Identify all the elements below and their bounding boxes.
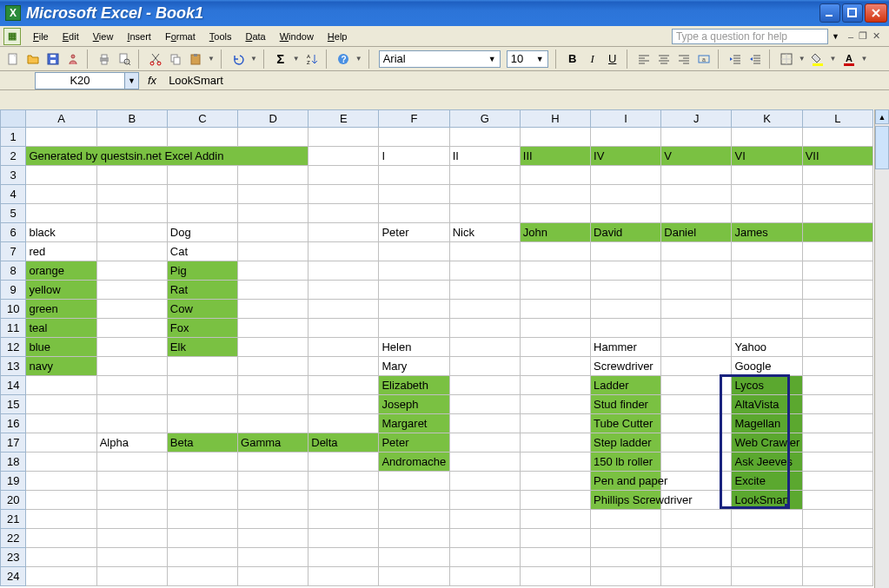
align-left-icon[interactable] [634, 50, 653, 69]
cell-J24[interactable] [661, 567, 732, 586]
column-header-C[interactable]: C [167, 110, 237, 128]
cell-L9[interactable] [802, 281, 872, 300]
cell-E22[interactable] [308, 529, 379, 548]
cell-G2[interactable]: II [449, 147, 520, 166]
cell-H12[interactable] [520, 338, 590, 357]
cell-C11[interactable]: Fox [167, 319, 237, 338]
cell-G9[interactable] [449, 281, 520, 300]
fill-color-icon[interactable] [808, 50, 827, 69]
paste-icon[interactable] [186, 50, 205, 69]
cell-A1[interactable] [26, 128, 96, 147]
cell-L15[interactable] [802, 395, 872, 414]
cell-J17[interactable] [661, 433, 732, 453]
row-header-21[interactable]: 21 [1, 510, 26, 529]
undo-icon[interactable] [229, 50, 248, 69]
cell-I12[interactable]: Hammer [591, 338, 661, 357]
cell-D6[interactable] [238, 223, 308, 242]
cell-G13[interactable] [449, 357, 520, 376]
cell-H21[interactable] [520, 510, 590, 529]
cell-D1[interactable] [238, 128, 308, 147]
permission-icon[interactable] [63, 50, 83, 69]
autosum-icon[interactable]: Σ [271, 50, 290, 69]
cell-A17[interactable] [26, 433, 96, 453]
cell-H6[interactable]: John [520, 223, 590, 242]
row-header-12[interactable]: 12 [1, 338, 26, 357]
window-minimize-button[interactable] [819, 3, 840, 23]
cell-L19[interactable] [802, 472, 872, 491]
row-header-22[interactable]: 22 [1, 529, 26, 548]
cell-I13[interactable]: Screwdriver [591, 357, 661, 376]
cell-J21[interactable] [661, 510, 732, 529]
cell-J23[interactable] [661, 548, 732, 567]
cell-D8[interactable] [238, 261, 308, 281]
cell-H24[interactable] [520, 567, 590, 586]
cell-K6[interactable]: James [732, 223, 802, 242]
cell-C13[interactable] [167, 357, 237, 376]
cell-L16[interactable] [802, 414, 872, 433]
cell-L22[interactable] [802, 529, 872, 548]
cell-J18[interactable] [661, 453, 732, 472]
cell-F20[interactable] [379, 491, 449, 510]
cell-A22[interactable] [26, 529, 96, 548]
cell-F2[interactable]: I [379, 147, 449, 166]
name-box[interactable]: K20 ▼ [35, 72, 139, 89]
cell-D10[interactable] [238, 300, 308, 319]
cell-H17[interactable] [520, 433, 590, 453]
cell-H8[interactable] [520, 261, 590, 281]
cell-L6[interactable] [802, 223, 872, 242]
cell-G10[interactable] [449, 300, 520, 319]
cell-H22[interactable] [520, 529, 590, 548]
cell-E17[interactable]: Delta [308, 433, 379, 453]
scroll-up-icon[interactable]: ▲ [875, 109, 889, 124]
cell-I11[interactable] [591, 319, 661, 338]
formula-input[interactable]: LookSmart [165, 74, 889, 87]
fill-color-dropdown-icon[interactable]: ▼ [828, 55, 839, 63]
cell-H7[interactable] [520, 242, 590, 261]
cell-E1[interactable] [308, 128, 379, 147]
cell-G18[interactable] [449, 453, 520, 472]
column-header-E[interactable]: E [308, 110, 379, 128]
cell-J19[interactable] [661, 472, 732, 491]
cell-A2[interactable]: Generated by questsin.net Excel Addin [26, 147, 308, 166]
cell-D23[interactable] [238, 548, 308, 567]
cell-G14[interactable] [449, 376, 520, 395]
cell-K8[interactable] [732, 261, 802, 281]
cell-J10[interactable] [661, 300, 732, 319]
cell-L8[interactable] [802, 261, 872, 281]
cell-I4[interactable] [591, 185, 661, 204]
cell-H13[interactable] [520, 357, 590, 376]
cell-H16[interactable] [520, 414, 590, 433]
cell-G23[interactable] [449, 548, 520, 567]
sort-asc-icon[interactable]: AZ [302, 50, 322, 69]
cell-E11[interactable] [308, 319, 379, 338]
cell-I8[interactable] [591, 261, 661, 281]
cell-I2[interactable]: IV [591, 147, 661, 166]
cell-K12[interactable]: Yahoo [732, 338, 802, 357]
cell-E3[interactable] [308, 166, 379, 185]
cell-C17[interactable]: Beta [167, 433, 237, 453]
cell-C19[interactable] [167, 472, 237, 491]
cell-F8[interactable] [379, 261, 449, 281]
cell-E2[interactable] [308, 147, 379, 166]
cell-H20[interactable] [520, 491, 590, 510]
cell-E10[interactable] [308, 300, 379, 319]
cell-A23[interactable] [26, 548, 96, 567]
align-center-icon[interactable] [654, 50, 673, 69]
column-header-I[interactable]: I [591, 110, 661, 128]
cell-D17[interactable]: Gamma [238, 433, 308, 453]
row-header-19[interactable]: 19 [1, 472, 26, 491]
cell-B11[interactable] [96, 319, 167, 338]
cell-C8[interactable]: Pig [167, 261, 237, 281]
cell-A19[interactable] [26, 472, 96, 491]
print-icon[interactable] [95, 50, 114, 69]
menu-format[interactable]: Format [158, 29, 202, 44]
cell-L10[interactable] [802, 300, 872, 319]
row-header-17[interactable]: 17 [1, 433, 26, 453]
cell-C9[interactable]: Rat [167, 281, 237, 300]
cell-A7[interactable]: red [26, 242, 96, 261]
cell-D24[interactable] [238, 567, 308, 586]
cell-K3[interactable] [732, 166, 802, 185]
menu-help[interactable]: Help [321, 29, 355, 44]
cell-H19[interactable] [520, 472, 590, 491]
align-right-icon[interactable] [674, 50, 693, 69]
